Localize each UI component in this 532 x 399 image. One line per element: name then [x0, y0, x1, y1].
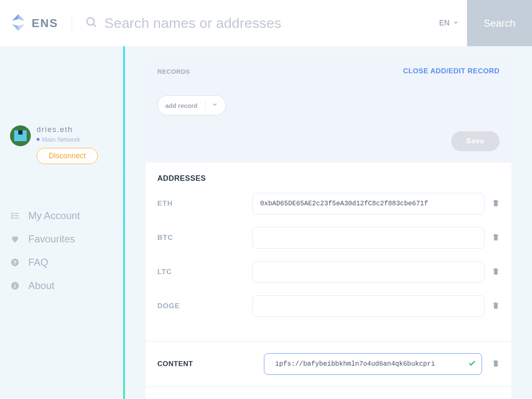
- trash-icon[interactable]: [492, 301, 500, 311]
- network-dot-icon: [37, 138, 40, 141]
- chevron-down-icon: [211, 101, 218, 110]
- records-card: RECORDS CLOSE ADD/EDIT RECORD add record…: [146, 57, 511, 399]
- row-label: LTC: [157, 268, 245, 276]
- card-header: RECORDS CLOSE ADD/EDIT RECORD: [146, 57, 511, 75]
- row-label: BTC: [157, 234, 245, 242]
- doge-input[interactable]: [252, 295, 485, 317]
- svg-text:?: ?: [13, 259, 17, 266]
- row-label: ETH: [157, 200, 245, 208]
- address-row-ltc: LTC: [157, 261, 500, 283]
- dropdown-separator: [205, 101, 206, 110]
- header: ENS EN Search: [0, 0, 532, 46]
- save-row: Save: [146, 131, 511, 162]
- sidebar: dries.eth Main Network Disconnect My Acc…: [0, 46, 125, 399]
- address-row-doge: DOGE: [157, 295, 500, 317]
- search-icon: [85, 16, 98, 30]
- content-input-wrap: [264, 353, 482, 375]
- language-selector[interactable]: EN: [439, 19, 459, 27]
- btc-input[interactable]: [252, 227, 485, 249]
- divider: [72, 15, 72, 32]
- trash-icon[interactable]: [492, 267, 500, 277]
- close-add-edit-link[interactable]: CLOSE ADD/EDIT RECORD: [403, 67, 500, 75]
- content: RECORDS CLOSE ADD/EDIT RECORD add record…: [125, 46, 532, 399]
- ens-logo-icon: [10, 13, 27, 33]
- search-input[interactable]: [104, 15, 439, 31]
- list-icon: [10, 211, 20, 221]
- address-row-eth: ETH: [157, 193, 500, 214]
- dropdown-label: add record: [165, 102, 198, 109]
- svg-point-0: [87, 17, 94, 25]
- svg-rect-6: [14, 215, 19, 216]
- svg-rect-4: [11, 217, 13, 219]
- svg-rect-3: [11, 215, 13, 217]
- save-button[interactable]: Save: [451, 131, 500, 151]
- logo[interactable]: ENS: [10, 13, 58, 33]
- search-wrap: [85, 15, 439, 31]
- nav-label: Favourites: [28, 233, 75, 245]
- nav-favourites[interactable]: Favourites: [10, 233, 117, 245]
- question-icon: ?: [10, 257, 20, 267]
- nav-label: About: [28, 280, 55, 292]
- info-icon: i: [10, 281, 20, 291]
- profile-name: dries.eth: [37, 125, 98, 134]
- nav-faq[interactable]: ? FAQ: [10, 257, 117, 268]
- nav-label: My Account: [28, 210, 80, 222]
- content-section: CONTENT: [146, 341, 511, 387]
- nav-about[interactable]: i About: [10, 280, 117, 292]
- trash-icon[interactable]: [492, 233, 500, 243]
- network-label: Main Network: [42, 136, 80, 143]
- trash-icon[interactable]: [492, 359, 500, 369]
- svg-line-1: [93, 24, 95, 26]
- profile-info: dries.eth Main Network Disconnect: [37, 125, 98, 164]
- section-spacer: [146, 387, 511, 399]
- svg-rect-2: [11, 213, 13, 214]
- section-title: ADDRESSES: [157, 174, 500, 183]
- language-label: EN: [439, 19, 450, 27]
- check-icon: [468, 359, 476, 369]
- trash-icon[interactable]: [492, 199, 500, 209]
- chevron-down-icon: [453, 19, 459, 27]
- addresses-section: ADDRESSES ETH BTC LTC DOGE: [146, 162, 511, 341]
- nav: My Account Favourites ? FAQ i About: [10, 210, 117, 292]
- nav-my-account[interactable]: My Account: [10, 210, 117, 222]
- content-label: CONTENT: [157, 360, 254, 368]
- heart-icon: [10, 234, 20, 244]
- content-input[interactable]: [264, 353, 482, 375]
- records-label: RECORDS: [157, 68, 190, 75]
- svg-text:i: i: [14, 283, 16, 289]
- avatar[interactable]: [10, 125, 31, 146]
- nav-label: FAQ: [28, 257, 48, 268]
- eth-input[interactable]: [252, 193, 485, 214]
- content-row: CONTENT: [157, 353, 500, 375]
- disconnect-button[interactable]: Disconnect: [37, 148, 98, 164]
- profile: dries.eth Main Network Disconnect: [10, 125, 117, 164]
- row-label: DOGE: [157, 302, 245, 310]
- main: dries.eth Main Network Disconnect My Acc…: [0, 46, 532, 399]
- svg-rect-5: [14, 213, 19, 214]
- svg-rect-7: [14, 218, 19, 219]
- ltc-input[interactable]: [252, 261, 485, 283]
- add-record-dropdown[interactable]: add record: [157, 95, 226, 115]
- address-row-btc: BTC: [157, 227, 500, 249]
- search-button[interactable]: Search: [467, 0, 532, 46]
- network-status: Main Network: [37, 136, 98, 143]
- logo-text: ENS: [32, 17, 58, 30]
